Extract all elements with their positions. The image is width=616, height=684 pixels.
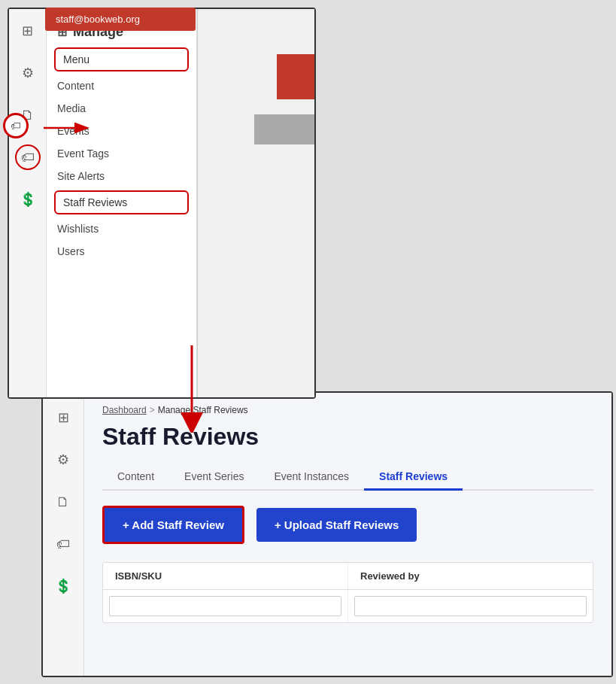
top-menu-panel: ⊞ ⚙ 🗋 🏷 💲 ⊞ Manage Menu Content Media Ev… [8, 8, 316, 399]
down-arrow-svg [177, 342, 207, 433]
actions-row: + Add Staff Review + Upload Staff Review… [102, 506, 593, 544]
col-header-reviewed-by: Reviewed by [348, 563, 593, 589]
menu-item-content[interactable]: Content [47, 74, 196, 97]
partial-red-bar [277, 54, 314, 99]
tabs-row: Content Event Series Event Instances Sta… [102, 464, 593, 491]
partial-img-bar [254, 114, 314, 144]
menu-panel: ⊞ Manage Menu Content Media Events Event… [47, 9, 197, 397]
dollar-icon[interactable]: 💲 [15, 187, 41, 212]
page-title: Staff Reviews [102, 423, 593, 451]
partial-page-preview [197, 9, 314, 397]
breadcrumb-dashboard[interactable]: Dashboard [102, 405, 147, 415]
bottom-content-icon[interactable]: 🗋 [50, 489, 76, 515]
upload-staff-reviews-button[interactable]: + Upload Staff Reviews [256, 508, 417, 542]
menu-item-wishlists[interactable]: Wishlists [47, 217, 196, 240]
menu-item-site-alerts[interactable]: Site Alerts [47, 165, 196, 187]
bottom-settings-icon[interactable]: ⚙ [50, 447, 76, 473]
menu-item-staff-reviews[interactable]: Staff Reviews [54, 190, 189, 214]
settings-icon[interactable]: ⚙ [15, 60, 41, 86]
filter-reviewed-by-input[interactable] [354, 596, 587, 616]
bottom-sidebar: ⊞ ⚙ 🗋 🏷 💲 [43, 393, 84, 676]
col-header-isbn: ISBN/SKU [103, 563, 348, 589]
menu-arrow-annotation: 🏷 [41, 119, 93, 137]
bottom-dashboard-icon[interactable]: ⊞ [50, 405, 76, 430]
email-bar: staff@bookweb.org [45, 8, 196, 31]
breadcrumb-sep: > [150, 405, 155, 415]
menu-item-users[interactable]: Users [47, 240, 196, 263]
table-area: ISBN/SKU Reviewed by [102, 562, 593, 623]
table-filter-row [103, 590, 593, 622]
bottom-tag-icon[interactable]: 🏷 [50, 531, 76, 557]
main-content: Dashboard > Manage Staff Reviews Staff R… [84, 393, 611, 676]
dashboard-icon[interactable]: ⊞ [15, 18, 41, 44]
bottom-dollar-icon[interactable]: 💲 [50, 573, 76, 599]
tab-event-series[interactable]: Event Series [169, 464, 259, 491]
menu-item-event-tags[interactable]: Event Tags [47, 142, 196, 165]
table-header: ISBN/SKU Reviewed by [103, 563, 593, 590]
menu-button[interactable]: Menu [54, 47, 189, 71]
sidebar-strip: ⊞ ⚙ 🗋 🏷 💲 [9, 9, 47, 397]
filter-reviewed-by-cell [348, 590, 593, 622]
bottom-panel: ⊞ ⚙ 🗋 🏷 💲 Dashboard > Manage Staff Revie… [41, 391, 613, 677]
tab-event-instances[interactable]: Event Instances [259, 464, 364, 491]
tab-staff-reviews[interactable]: Staff Reviews [364, 464, 463, 491]
filter-isbn-cell [103, 590, 348, 622]
menu-arrow-svg [41, 119, 93, 137]
tag-circle-indicator: 🏷 [3, 113, 29, 138]
add-staff-review-button[interactable]: + Add Staff Review [102, 506, 244, 544]
filter-isbn-input[interactable] [109, 596, 341, 616]
menu-item-media[interactable]: Media [47, 97, 196, 120]
breadcrumb: Dashboard > Manage Staff Reviews [102, 405, 593, 415]
tab-content[interactable]: Content [102, 464, 169, 491]
tag-icon[interactable]: 🏷 [15, 144, 41, 170]
